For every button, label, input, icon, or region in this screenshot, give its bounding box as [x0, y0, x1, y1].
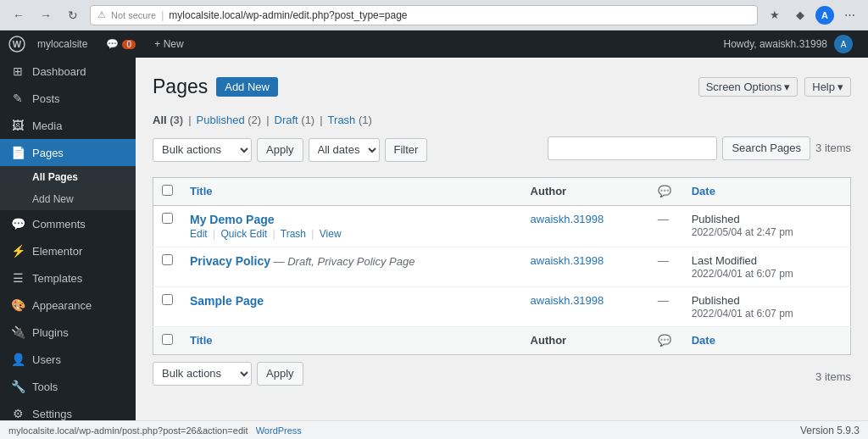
lock-icon: ⚠ [97, 9, 106, 20]
sidebar-item-appearance[interactable]: 🎨 Appearance [0, 292, 136, 319]
author-column-header: Author [522, 177, 649, 205]
users-icon: 👤 [10, 353, 25, 366]
admin-bar: W mylocalsite 💬 0 + New Howdy, awaiskh.3… [0, 31, 868, 58]
title-cell: My Demo Page Edit | Quick Edit | Trash |… [181, 205, 522, 247]
author-cell: awaiskh.31998 [522, 205, 649, 247]
row-checkbox[interactable] [162, 213, 173, 224]
footer-checkbox-col[interactable] [153, 326, 182, 354]
sidebar-item-elementor[interactable]: ⚡ Elementor [0, 237, 136, 264]
browser-user-avatar[interactable]: A [815, 6, 834, 25]
admin-bar-howdy[interactable]: Howdy, awaiskh.31998 A [716, 31, 860, 58]
filter-tabs: All (3) | Published (2) | Draft (1) | Tr… [153, 114, 851, 126]
edit-link[interactable]: Edit [190, 228, 208, 240]
quick-edit-link[interactable]: Quick Edit [221, 228, 268, 240]
wp-logo[interactable]: W [8, 36, 25, 53]
filter-tab-published[interactable]: Published (2) [197, 114, 262, 126]
sidebar-item-settings[interactable]: ⚙ Settings [0, 400, 136, 420]
date-status: Last Modified [692, 254, 757, 267]
filter-tab-trash[interactable]: Trash (1) [328, 114, 372, 126]
screen-options-button[interactable]: Screen Options ▾ [698, 77, 798, 97]
date-value: 2022/05/04 at 2:47 pm [692, 226, 793, 238]
svg-text:W: W [13, 39, 22, 49]
sidebar-submenu-all-pages[interactable]: All Pages [0, 166, 136, 188]
view-link[interactable]: View [320, 228, 342, 240]
sidebar-item-media[interactable]: 🖼 Media [0, 112, 136, 139]
reload-button[interactable]: ↻ [63, 5, 83, 25]
help-button[interactable]: Help ▾ [804, 77, 851, 97]
date-value: 2022/04/01 at 6:07 pm [692, 308, 793, 320]
sidebar-item-users[interactable]: 👤 Users [0, 346, 136, 373]
sidebar-item-dashboard[interactable]: ⊞ Dashboard [0, 58, 136, 85]
pages-submenu: All Pages Add New [0, 166, 136, 210]
comments-cell: — [649, 205, 683, 247]
footer-date-col[interactable]: Date [683, 326, 851, 354]
author-link[interactable]: awaiskh.31998 [531, 254, 604, 267]
extensions-icon[interactable]: ◆ [790, 5, 810, 25]
footer-title-col[interactable]: Title [181, 326, 522, 354]
sidebar-item-pages[interactable]: 📄 Pages [0, 139, 136, 166]
date-cell: Published 2022/05/04 at 2:47 pm [683, 205, 851, 247]
draft-label: — Draft, Privacy Policy Page [274, 255, 415, 268]
comment-dash: — [658, 294, 669, 307]
row-checkbox[interactable] [162, 254, 173, 265]
apply-button-bottom[interactable]: Apply [257, 362, 303, 386]
row-checkbox-cell[interactable] [153, 247, 182, 286]
row-checkbox-cell[interactable] [153, 205, 182, 247]
row-title-link[interactable]: Sample Page [190, 294, 264, 308]
row-checkbox-cell[interactable] [153, 286, 182, 326]
new-label: + New [154, 38, 183, 50]
sidebar-item-tools[interactable]: 🔧 Tools [0, 373, 136, 400]
screen-options-area: Screen Options ▾ Help ▾ [698, 77, 851, 97]
elementor-icon: ⚡ [10, 244, 25, 258]
select-all-checkbox[interactable] [162, 185, 173, 196]
add-new-button[interactable]: Add New [216, 77, 278, 97]
search-pages-button[interactable]: Search Pages [722, 136, 810, 160]
bulk-actions-select-bottom[interactable]: Bulk actions Move to Trash [153, 362, 252, 386]
bookmarks-icon[interactable]: ★ [765, 5, 785, 25]
site-name-label: mylocalsite [37, 38, 87, 50]
admin-bar-new[interactable]: + New [147, 31, 190, 58]
wp-version: Version 5.9.3 [800, 425, 860, 436]
sidebar-item-posts[interactable]: ✎ Posts [0, 85, 136, 112]
wp-link[interactable]: WordPress [256, 425, 302, 436]
row-title-link[interactable]: My Demo Page [190, 213, 275, 226]
sidebar-item-label: Elementor [32, 245, 82, 258]
address-bar[interactable]: ⚠ Not secure | mylocalsite.local/wp-admi… [90, 5, 758, 25]
plugins-icon: 🔌 [10, 325, 25, 339]
more-icon[interactable]: ⋯ [839, 5, 860, 25]
dates-select[interactable]: All dates [309, 138, 380, 162]
select-all-checkbox-header[interactable] [153, 177, 182, 205]
sidebar-item-plugins[interactable]: 🔌 Plugins [0, 319, 136, 346]
bulk-actions-select-top[interactable]: Bulk actions Move to Trash [153, 138, 252, 162]
templates-icon: ☰ [10, 271, 25, 285]
sidebar-item-label: Plugins [32, 326, 69, 339]
row-checkbox[interactable] [162, 294, 173, 305]
browser-right-icons: ★ ◆ A ⋯ [765, 5, 860, 25]
footer-select-all[interactable] [162, 334, 173, 345]
trash-link[interactable]: Trash [281, 228, 306, 240]
filter-tab-all[interactable]: All (3) [153, 114, 183, 126]
admin-bar-comments[interactable]: 💬 0 [99, 31, 142, 58]
sidebar-item-comments[interactable]: 💬 Comments [0, 210, 136, 237]
main-content: Pages Add New Screen Options ▾ Help ▾ Al… [136, 31, 868, 420]
author-link[interactable]: awaiskh.31998 [531, 294, 604, 307]
admin-bar-site[interactable]: mylocalsite [31, 31, 94, 58]
sidebar-item-label: Appearance [32, 299, 92, 312]
forward-button[interactable]: → [36, 5, 56, 25]
date-column-header[interactable]: Date [683, 177, 851, 205]
back-button[interactable]: ← [8, 5, 29, 25]
title-cell: Sample Page [181, 286, 522, 326]
page-header: Pages Add New Screen Options ▾ Help ▾ [153, 75, 851, 100]
filter-button[interactable]: Filter [385, 138, 428, 162]
title-column-header[interactable]: Title [181, 177, 522, 205]
sidebar-item-label: Comments [32, 218, 86, 231]
sidebar-submenu-add-new[interactable]: Add New [0, 188, 136, 210]
sidebar-item-templates[interactable]: ☰ Templates [0, 264, 136, 292]
comments-icon: 💬 [10, 217, 25, 231]
search-input[interactable] [548, 136, 717, 160]
author-link[interactable]: awaiskh.31998 [531, 213, 604, 225]
row-title-link[interactable]: Privacy Policy [190, 254, 270, 268]
filter-tab-draft[interactable]: Draft (1) [275, 114, 315, 126]
sidebar-item-label: Tools [32, 381, 58, 393]
apply-button-top[interactable]: Apply [257, 138, 303, 162]
